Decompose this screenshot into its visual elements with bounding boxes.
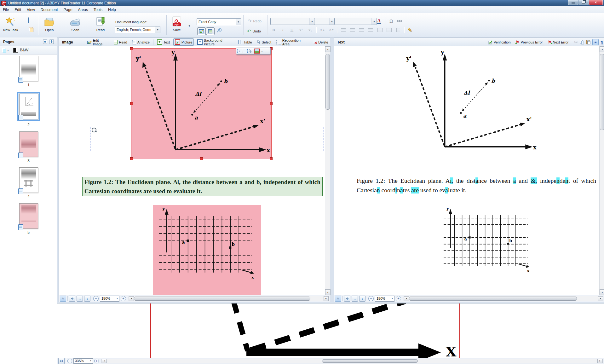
previous-page-icon[interactable] [43,39,48,44]
selection-handle[interactable] [130,102,133,105]
new-page-icon[interactable] [28,17,29,23]
scroll-right-arrow[interactable]: ► [597,359,602,363]
style-select[interactable]: ▼ [335,18,377,25]
selection-handle[interactable] [200,157,203,160]
zoom-out-button[interactable]: − [67,359,72,363]
read-page-button[interactable]: Read [112,39,129,45]
table-tool-button[interactable]: Table [237,39,253,45]
menu-tools[interactable]: Tools [91,6,105,13]
zoom-pane-horizontal-scrollbar[interactable]: ◄ ► [101,359,603,363]
restore-button[interactable] [578,0,589,5]
scroll-down-arrow[interactable]: ▼ [600,289,604,295]
font-name-select[interactable]: ▼ [270,18,315,25]
recognition-area-tool-button[interactable]: Recognition Area [275,38,309,47]
highlighter-pen-button[interactable]: ✎ [406,26,414,33]
fit-width-button[interactable]: ↔ [77,296,83,302]
collapse-panel-button[interactable]: « [335,296,341,302]
subscript-button[interactable]: x₂ [306,26,314,33]
save-mode-select[interactable]: Exact Copy ▼ [197,18,241,25]
read-button[interactable]: Read [95,16,106,32]
text-horizontal-scrollbar[interactable]: ◄ ► [404,296,603,301]
zoom-pane-view[interactable]: X [57,303,604,358]
scroll-right-arrow[interactable]: ► [324,296,329,301]
selection-handle[interactable] [130,157,133,160]
minimize-button[interactable] [568,0,578,5]
zoom-out-button[interactable]: − [368,296,374,301]
decrease-font-button[interactable]: A▼ [327,26,335,33]
open-button[interactable]: Open [44,16,55,32]
selection-handle[interactable] [270,157,273,160]
superscript-button[interactable]: x² [297,26,305,33]
paste-icon[interactable] [586,40,590,44]
page-thumbnail-4[interactable]: 4 [19,167,38,199]
scrollbar-thumb[interactable] [322,359,418,363]
italic-button[interactable]: I [279,26,287,33]
text-vertical-scrollbar[interactable]: ▲ ▼ [599,46,604,295]
next-page-icon[interactable] [49,39,55,44]
text-area-tool-button[interactable]: T Text [155,38,171,46]
background-picture-tool-button[interactable]: T Background Picture [196,38,235,47]
menu-areas[interactable]: Areas [75,6,91,13]
menu-view[interactable]: View [24,6,38,13]
delete-area-tool-button[interactable]: Delete [311,39,330,45]
next-error-button[interactable]: ⚑► Next Error [546,39,570,45]
menu-file[interactable]: File [0,6,12,13]
link-button[interactable] [397,19,402,23]
indent-button[interactable] [385,26,393,33]
show-ligatures-button[interactable]: æ [592,39,599,45]
copy-icon[interactable] [580,40,584,44]
adjust-area-icon[interactable] [243,49,248,53]
scroll-left-arrow[interactable]: ◄ [102,359,107,363]
recognized-caption-text[interactable]: Figure 1.2: The Euclidean plane. Ai, the… [357,176,596,195]
save-picture-mode-toggle[interactable] [197,27,206,35]
page-thumbnail-3[interactable]: 3 [19,131,38,163]
align-center-button[interactable] [348,26,356,33]
actual-size-button[interactable]: 1:1 [58,358,65,364]
bold-button[interactable]: B [270,26,278,33]
image-zoom-select[interactable]: 150%▼ [100,296,119,302]
insert-symbol-button[interactable]: Ω [389,18,393,24]
verification-button[interactable]: Verification [486,39,512,45]
fit-height-button[interactable]: ↕ [359,296,365,302]
fit-page-button[interactable]: ✛ [344,296,350,302]
fit-width-button[interactable]: ↔ [352,296,358,302]
save-dropdown-arrow[interactable]: ▼ [188,25,191,27]
selection-marquee[interactable] [90,127,324,151]
menu-edit[interactable]: Edit [12,6,24,13]
selection-handle[interactable] [270,102,273,105]
fit-page-button[interactable]: ✛ [69,296,75,302]
analyze-button[interactable]: Analyze [131,39,151,45]
scroll-down-arrow[interactable]: ▼ [325,289,331,295]
zoom-pane-zoom-select[interactable]: 335%▼ [73,358,93,364]
select-tool-button[interactable]: Select [256,39,273,45]
add-area-icon[interactable]: + [237,49,242,53]
formatting-marks-button[interactable]: ¶ [601,40,603,45]
recognized-text-view[interactable]: y y' x x' a b Δl Figure 1.2: The Euclide… [334,46,600,295]
line-spacing-button[interactable] [376,26,384,33]
text-zoom-select[interactable]: 150%▼ [375,296,394,302]
image-vertical-scrollbar[interactable]: ▲ ▼ [325,46,330,295]
scroll-up-arrow[interactable]: ▲ [600,46,604,52]
picture-area-tool-button[interactable]: Picture [173,38,194,46]
scrollbar-thumb[interactable] [409,297,577,301]
align-left-button[interactable] [339,26,347,33]
page-thumbnail-5[interactable]: 5 [19,203,38,235]
save-options-wrench-icon[interactable] [216,28,221,33]
undo-button[interactable]: ↶ Undo [247,28,261,34]
area-type-picture-icon[interactable] [254,49,260,54]
grid-figure-region[interactable]: y x a b [153,205,261,295]
save-text-mode-toggle[interactable] [206,27,215,35]
menu-page[interactable]: Page [61,6,75,13]
bw-mode-label[interactable]: B&W [20,48,28,52]
caption-text-region[interactable]: Figure 1.2: The Euclidean plane. Δl, the… [82,177,323,196]
scan-button[interactable]: Scan [70,16,81,32]
edit-image-button[interactable]: Edit Image [86,38,111,47]
scrollbar-thumb[interactable] [325,54,330,110]
scroll-left-arrow[interactable]: ◄ [404,296,409,301]
chevron-down-icon[interactable]: ▼ [261,50,263,52]
document-language-select[interactable]: English; French; Germ ▼ [115,26,160,33]
scrollbar-thumb[interactable] [600,54,604,130]
menu-help[interactable]: Help [105,6,119,13]
cut-icon[interactable]: ✂ [574,40,578,45]
new-task-button[interactable]: New Task [3,16,18,32]
